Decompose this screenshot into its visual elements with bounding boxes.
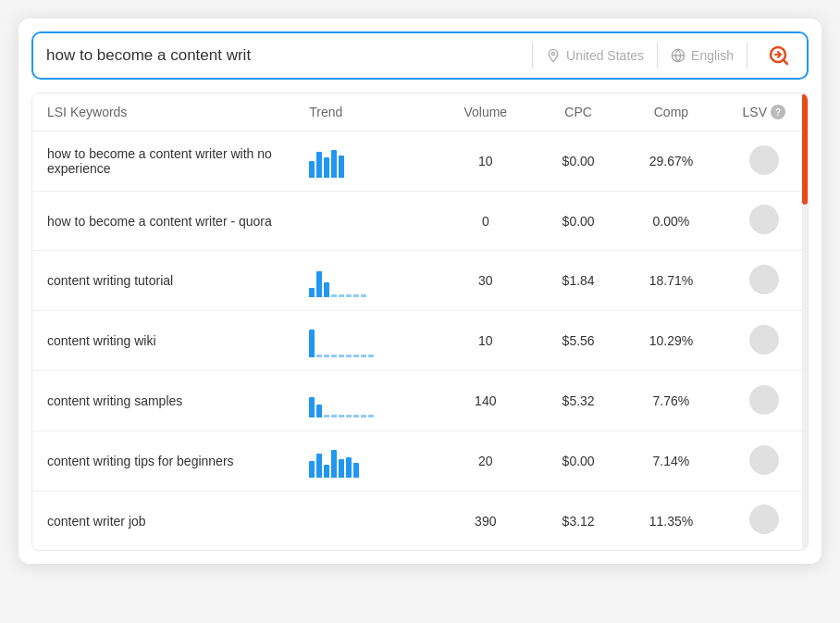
comp-cell: 11.35% — [622, 492, 720, 551]
col-header-keyword: LSI Keywords — [32, 93, 294, 131]
lsv-cell — [721, 311, 808, 371]
comp-cell: 29.67% — [622, 131, 720, 192]
bar — [316, 405, 322, 417]
comp-cell: 10.29% — [622, 311, 720, 371]
table-row: content writing samples — [32, 371, 808, 431]
col-header-cpc: CPC — [535, 93, 622, 131]
volume-cell: 390 — [437, 492, 535, 551]
col-header-comp: Comp — [622, 93, 720, 131]
lsv-value — [749, 265, 779, 294]
cpc-cell: $0.00 — [535, 431, 622, 492]
bar-dotted — [339, 355, 344, 357]
bar — [316, 271, 322, 297]
lsv-value — [749, 205, 779, 234]
bar-dotted — [353, 415, 359, 417]
main-container: United States English LSI Keywor — [19, 19, 821, 564]
lsv-cell — [721, 192, 808, 251]
volume-cell: 0 — [437, 192, 535, 251]
bar-dotted — [339, 294, 344, 297]
cpc-cell: $1.84 — [535, 251, 622, 311]
bar-dotted — [331, 294, 337, 297]
table-row: how to become a content writer with no e… — [32, 131, 808, 192]
divider-3 — [747, 43, 747, 69]
bar — [346, 457, 352, 478]
svg-point-0 — [551, 52, 554, 55]
bar — [324, 157, 329, 178]
keyword-cell: how to become a content writer - quora — [32, 192, 294, 251]
lsv-value — [749, 385, 779, 415]
volume-cell: 10 — [437, 131, 535, 192]
search-button[interactable] — [764, 41, 794, 70]
bar-dotted — [324, 415, 329, 417]
keyword-cell: content writing tips for beginners — [32, 431, 294, 492]
cpc-cell: $5.32 — [535, 371, 622, 431]
bar — [316, 454, 322, 478]
bar-dotted — [361, 355, 366, 357]
bar-dotted — [353, 294, 359, 297]
keyword-cell: how to become a content writer with no e… — [32, 131, 294, 192]
table-row: content writing tips for beginners 20 — [32, 431, 808, 492]
bar-dotted — [361, 294, 366, 297]
search-input[interactable] — [46, 46, 519, 65]
bar-dotted — [346, 294, 352, 297]
trend-cell — [294, 251, 436, 311]
cpc-cell: $0.00 — [535, 131, 622, 192]
keyword-cell: content writing wiki — [32, 311, 294, 371]
bar-dotted — [339, 415, 344, 417]
bar-dotted — [324, 355, 329, 357]
lsv-value — [749, 325, 779, 355]
bar-dotted — [361, 415, 366, 417]
lsv-cell — [721, 492, 808, 551]
volume-cell: 20 — [437, 431, 535, 492]
table-row: content writer job 390 $3.12 11.35% — [32, 492, 808, 551]
trend-cell — [294, 371, 436, 431]
table-row: content writing tutorial — [32, 251, 808, 311]
bar — [309, 330, 315, 357]
search-bar: United States English — [31, 31, 809, 80]
language-label: English — [691, 48, 734, 63]
volume-cell: 140 — [437, 371, 535, 431]
keyword-cell: content writer job — [32, 492, 294, 551]
trend-cell — [294, 492, 436, 551]
bar — [331, 450, 337, 478]
bar-dotted — [331, 415, 337, 417]
table-header-row: LSI Keywords Trend Volume CPC Comp — [32, 93, 808, 131]
location-selector[interactable]: United States — [546, 48, 644, 63]
bar-dotted — [368, 355, 374, 357]
bar-dotted — [316, 355, 322, 357]
divider-2 — [657, 43, 658, 69]
bar — [324, 465, 329, 478]
lsv-cell — [721, 251, 808, 311]
language-selector[interactable]: English — [671, 48, 734, 63]
bar — [324, 282, 329, 297]
bar-dotted — [331, 355, 337, 357]
col-header-lsv: LSV ? — [721, 93, 808, 131]
bar-dotted — [346, 355, 352, 357]
bar — [331, 150, 337, 178]
trend-chart-5 — [309, 384, 421, 417]
volume-cell: 10 — [437, 311, 535, 371]
scrollbar-track[interactable] — [802, 93, 808, 550]
globe-icon — [671, 48, 686, 63]
divider-1 — [532, 43, 533, 69]
location-icon — [546, 48, 561, 63]
cpc-cell: $5.56 — [535, 311, 622, 371]
lsv-value — [749, 145, 779, 175]
table-row: content writing wiki — [32, 311, 808, 371]
lsv-cell — [721, 131, 808, 192]
trend-chart-3 — [309, 264, 421, 297]
bar — [339, 459, 344, 478]
scrollbar-thumb[interactable] — [802, 93, 808, 205]
bar — [309, 397, 315, 417]
bar — [353, 463, 359, 478]
comp-cell: 0.00% — [622, 192, 720, 251]
bar — [309, 288, 315, 297]
trend-cell — [294, 431, 436, 492]
col-header-volume: Volume — [437, 93, 535, 131]
bar-dotted — [353, 355, 359, 357]
volume-cell: 30 — [437, 251, 535, 311]
lsv-help-icon[interactable]: ? — [771, 105, 785, 119]
bar — [339, 156, 344, 178]
results-table: LSI Keywords Trend Volume CPC Comp — [32, 93, 808, 550]
table-row: how to become a content writer - quora 0… — [32, 192, 808, 251]
